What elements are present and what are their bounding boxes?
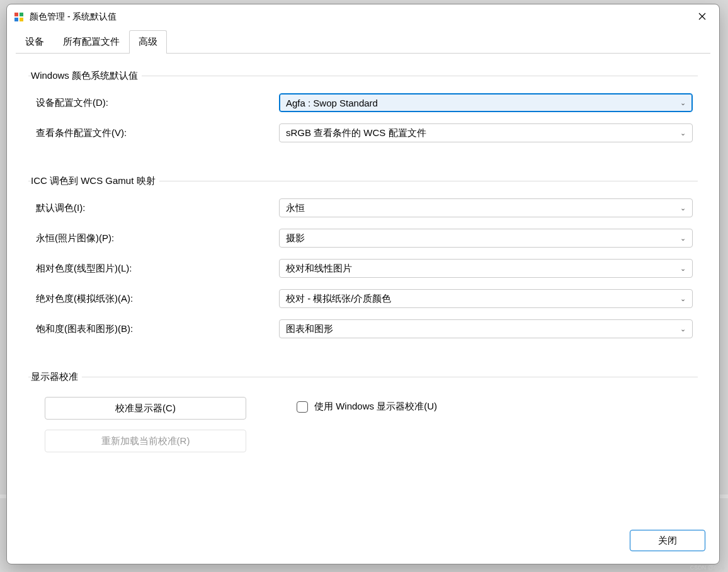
svg-rect-0 (14, 13, 18, 16)
chevron-down-icon: ⌄ (680, 99, 686, 107)
chevron-down-icon: ⌄ (680, 265, 686, 273)
chevron-down-icon: ⌄ (680, 204, 686, 212)
group-display-calibration-legend: 显示器校准 (31, 371, 82, 383)
svg-rect-3 (20, 18, 23, 21)
tab-strip: 设备 所有配置文件 高级 (7, 30, 719, 53)
chevron-down-icon: ⌄ (680, 295, 686, 303)
chevron-down-icon: ⌄ (680, 129, 686, 137)
saturation-value: 图表和图形 (286, 323, 333, 335)
viewing-conditions-value: sRGB 查看条件的 WCS 配置文件 (286, 127, 426, 139)
dialog-footer: 关闭 (7, 520, 719, 564)
default-intent-combo[interactable]: 永恒 ⌄ (279, 198, 693, 217)
advanced-panel: Windows 颜色系统默认值 设备配置文件(D): Agfa : Swop S… (16, 53, 710, 520)
group-windows-defaults-legend: Windows 颜色系统默认值 (31, 70, 142, 82)
relative-colorimetric-combo[interactable]: 校对和线性图片 ⌄ (279, 259, 693, 278)
absolute-colorimetric-value: 校对 - 模拟纸张/介质颜色 (286, 293, 392, 305)
chevron-down-icon: ⌄ (680, 234, 686, 243)
absolute-colorimetric-combo[interactable]: 校对 - 模拟纸张/介质颜色 ⌄ (279, 289, 693, 308)
perceptual-combo[interactable]: 摄影 ⌄ (279, 229, 693, 248)
svg-rect-1 (20, 13, 23, 16)
chevron-down-icon: ⌄ (680, 325, 686, 333)
device-profile-label: 设备配置文件(D): (33, 97, 273, 109)
group-display-calibration: 显示器校准 校准显示器(C) 重新加载当前校准(R) 使用 Windows 显示… (28, 371, 698, 456)
tab-all-profiles[interactable]: 所有配置文件 (54, 30, 129, 54)
group-gamut-mapping-legend: ICC 调色到 WCS Gamut 映射 (31, 175, 159, 187)
reload-calibration-button[interactable]: 重新加载当前校准(R) (45, 430, 246, 452)
saturation-label: 饱和度(图表和图形)(B): (33, 323, 273, 335)
watermark-text: CSDN @nani (690, 564, 724, 571)
close-button[interactable] (688, 7, 717, 27)
viewing-conditions-combo[interactable]: sRGB 查看条件的 WCS 配置文件 ⌄ (279, 123, 693, 142)
absolute-colorimetric-label: 绝对色度(模拟纸张)(A): (33, 293, 273, 305)
use-windows-calibration-label: 使用 Windows 显示器校准(U) (314, 401, 437, 413)
group-gamut-mapping: ICC 调色到 WCS Gamut 映射 默认调色(I): 永恒 ⌄ 永恒(照片… (28, 175, 698, 353)
app-icon (13, 11, 25, 23)
close-icon (698, 12, 706, 22)
checkbox-icon (297, 401, 308, 413)
calibrate-display-button[interactable]: 校准显示器(C) (45, 397, 246, 420)
close-dialog-button[interactable]: 关闭 (630, 530, 705, 551)
perceptual-value: 摄影 (286, 232, 305, 244)
device-profile-value: Agfa : Swop Standard (286, 98, 378, 108)
tab-advanced[interactable]: 高级 (129, 30, 167, 54)
saturation-combo[interactable]: 图表和图形 ⌄ (279, 319, 693, 338)
use-windows-calibration-checkbox[interactable]: 使用 Windows 显示器校准(U) (297, 397, 437, 413)
group-windows-defaults: Windows 颜色系统默认值 设备配置文件(D): Agfa : Swop S… (28, 70, 698, 157)
relative-colorimetric-label: 相对色度(线型图片)(L): (33, 263, 273, 275)
perceptual-label: 永恒(照片图像)(P): (33, 232, 273, 244)
titlebar: 颜色管理 - 系统默认值 (7, 4, 719, 30)
default-intent-value: 永恒 (286, 202, 305, 214)
default-intent-label: 默认调色(I): (33, 202, 273, 214)
device-profile-combo[interactable]: Agfa : Swop Standard ⌄ (279, 93, 693, 112)
color-management-window: 颜色管理 - 系统默认值 设备 所有配置文件 高级 Windows 颜色系统默认… (6, 4, 720, 564)
window-title: 颜色管理 - 系统默认值 (30, 11, 117, 23)
tab-devices[interactable]: 设备 (16, 30, 54, 54)
viewing-conditions-label: 查看条件配置文件(V): (33, 127, 273, 139)
relative-colorimetric-value: 校对和线性图片 (286, 263, 352, 275)
svg-rect-2 (14, 18, 18, 21)
